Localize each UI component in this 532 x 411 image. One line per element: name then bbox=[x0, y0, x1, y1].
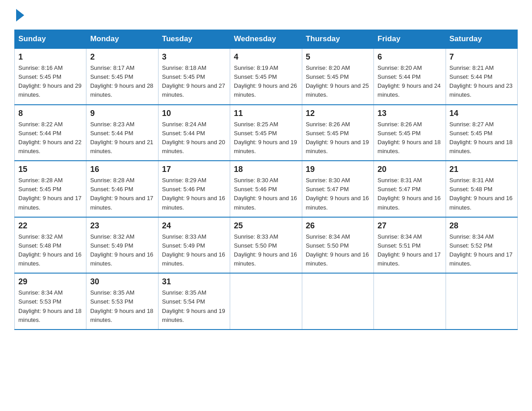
day-info: Sunrise: 8:20 AMSunset: 5:45 PMDaylight:… bbox=[306, 64, 369, 98]
day-number: 17 bbox=[162, 165, 226, 174]
calendar-cell: 17 Sunrise: 8:29 AMSunset: 5:46 PMDaylig… bbox=[158, 161, 230, 217]
day-number: 22 bbox=[18, 221, 82, 231]
day-number: 14 bbox=[450, 109, 514, 118]
calendar-cell: 21 Sunrise: 8:31 AMSunset: 5:48 PMDaylig… bbox=[446, 161, 517, 217]
day-info: Sunrise: 8:34 AMSunset: 5:51 PMDaylight:… bbox=[378, 233, 441, 267]
day-header-sunday: Sunday bbox=[15, 30, 86, 49]
day-number: 7 bbox=[450, 52, 514, 62]
calendar-cell: 6 Sunrise: 8:20 AMSunset: 5:44 PMDayligh… bbox=[374, 48, 446, 105]
day-info: Sunrise: 8:31 AMSunset: 5:47 PMDaylight:… bbox=[378, 177, 441, 210]
day-header-friday: Friday bbox=[374, 30, 446, 49]
calendar-cell: 23 Sunrise: 8:32 AMSunset: 5:49 PMDaylig… bbox=[86, 217, 158, 274]
logo-blue-text bbox=[14, 11, 24, 21]
day-number: 5 bbox=[306, 52, 370, 62]
calendar-cell: 29 Sunrise: 8:34 AMSunset: 5:53 PMDaylig… bbox=[15, 273, 86, 330]
day-info: Sunrise: 8:33 AMSunset: 5:49 PMDaylight:… bbox=[162, 233, 225, 267]
calendar-cell: 3 Sunrise: 8:18 AMSunset: 5:45 PMDayligh… bbox=[158, 48, 230, 105]
day-number: 10 bbox=[162, 109, 226, 118]
day-header-thursday: Thursday bbox=[302, 30, 373, 49]
day-info: Sunrise: 8:30 AMSunset: 5:46 PMDaylight:… bbox=[234, 177, 297, 210]
day-number: 3 bbox=[162, 52, 226, 62]
calendar-cell: 31 Sunrise: 8:35 AMSunset: 5:54 PMDaylig… bbox=[158, 273, 230, 330]
day-number: 2 bbox=[90, 52, 154, 62]
day-info: Sunrise: 8:27 AMSunset: 5:45 PMDaylight:… bbox=[450, 121, 513, 154]
calendar-cell: 13 Sunrise: 8:26 AMSunset: 5:45 PMDaylig… bbox=[374, 105, 446, 161]
calendar-week-2: 8 Sunrise: 8:22 AMSunset: 5:44 PMDayligh… bbox=[15, 105, 518, 161]
calendar-week-3: 15 Sunrise: 8:28 AMSunset: 5:45 PMDaylig… bbox=[15, 161, 518, 217]
calendar-cell: 8 Sunrise: 8:22 AMSunset: 5:44 PMDayligh… bbox=[15, 105, 86, 161]
calendar-cell: 20 Sunrise: 8:31 AMSunset: 5:47 PMDaylig… bbox=[374, 161, 446, 217]
calendar-cell: 28 Sunrise: 8:34 AMSunset: 5:52 PMDaylig… bbox=[446, 217, 517, 274]
day-info: Sunrise: 8:18 AMSunset: 5:45 PMDaylight:… bbox=[162, 64, 225, 98]
day-info: Sunrise: 8:33 AMSunset: 5:50 PMDaylight:… bbox=[234, 233, 297, 267]
day-number: 18 bbox=[234, 165, 298, 174]
day-number: 11 bbox=[234, 109, 298, 118]
day-info: Sunrise: 8:34 AMSunset: 5:53 PMDaylight:… bbox=[18, 289, 82, 323]
day-info: Sunrise: 8:17 AMSunset: 5:45 PMDaylight:… bbox=[90, 64, 153, 98]
day-number: 1 bbox=[18, 52, 82, 62]
calendar-cell: 19 Sunrise: 8:30 AMSunset: 5:47 PMDaylig… bbox=[302, 161, 373, 217]
calendar-cell: 1 Sunrise: 8:16 AMSunset: 5:45 PMDayligh… bbox=[15, 48, 86, 105]
calendar-cell: 24 Sunrise: 8:33 AMSunset: 5:49 PMDaylig… bbox=[158, 217, 230, 274]
day-number: 6 bbox=[378, 52, 442, 62]
calendar-cell: 27 Sunrise: 8:34 AMSunset: 5:51 PMDaylig… bbox=[374, 217, 446, 274]
calendar-cell: 5 Sunrise: 8:20 AMSunset: 5:45 PMDayligh… bbox=[302, 48, 373, 105]
page-header bbox=[14, 11, 518, 21]
calendar-cell: 18 Sunrise: 8:30 AMSunset: 5:46 PMDaylig… bbox=[230, 161, 302, 217]
calendar-week-1: 1 Sunrise: 8:16 AMSunset: 5:45 PMDayligh… bbox=[15, 48, 518, 105]
calendar-cell: 22 Sunrise: 8:32 AMSunset: 5:48 PMDaylig… bbox=[15, 217, 86, 274]
day-info: Sunrise: 8:26 AMSunset: 5:45 PMDaylight:… bbox=[306, 121, 369, 154]
day-number: 27 bbox=[378, 221, 442, 231]
day-info: Sunrise: 8:22 AMSunset: 5:44 PMDaylight:… bbox=[18, 121, 82, 154]
day-info: Sunrise: 8:28 AMSunset: 5:46 PMDaylight:… bbox=[90, 177, 153, 210]
day-info: Sunrise: 8:34 AMSunset: 5:52 PMDaylight:… bbox=[450, 233, 513, 267]
calendar-week-4: 22 Sunrise: 8:32 AMSunset: 5:48 PMDaylig… bbox=[15, 217, 518, 274]
day-number: 15 bbox=[18, 165, 82, 174]
calendar-cell: 4 Sunrise: 8:19 AMSunset: 5:45 PMDayligh… bbox=[230, 48, 302, 105]
day-info: Sunrise: 8:34 AMSunset: 5:50 PMDaylight:… bbox=[306, 233, 369, 267]
day-number: 28 bbox=[450, 221, 514, 231]
calendar-week-5: 29 Sunrise: 8:34 AMSunset: 5:53 PMDaylig… bbox=[15, 273, 518, 330]
day-header-monday: Monday bbox=[86, 30, 158, 49]
day-info: Sunrise: 8:35 AMSunset: 5:54 PMDaylight:… bbox=[162, 289, 225, 323]
calendar-cell: 14 Sunrise: 8:27 AMSunset: 5:45 PMDaylig… bbox=[446, 105, 517, 161]
calendar-cell bbox=[230, 273, 302, 330]
calendar-cell: 26 Sunrise: 8:34 AMSunset: 5:50 PMDaylig… bbox=[302, 217, 373, 274]
day-info: Sunrise: 8:19 AMSunset: 5:45 PMDaylight:… bbox=[234, 64, 297, 98]
calendar-cell: 10 Sunrise: 8:24 AMSunset: 5:44 PMDaylig… bbox=[158, 105, 230, 161]
day-number: 29 bbox=[18, 277, 82, 287]
day-number: 26 bbox=[306, 221, 370, 231]
day-info: Sunrise: 8:20 AMSunset: 5:44 PMDaylight:… bbox=[378, 64, 441, 98]
calendar-table: SundayMondayTuesdayWednesdayThursdayFrid… bbox=[14, 30, 518, 330]
calendar-cell: 12 Sunrise: 8:26 AMSunset: 5:45 PMDaylig… bbox=[302, 105, 373, 161]
day-number: 23 bbox=[90, 221, 154, 231]
day-header-tuesday: Tuesday bbox=[158, 30, 230, 49]
day-number: 19 bbox=[306, 165, 370, 174]
day-number: 21 bbox=[450, 165, 514, 174]
day-info: Sunrise: 8:29 AMSunset: 5:46 PMDaylight:… bbox=[162, 177, 225, 210]
day-info: Sunrise: 8:21 AMSunset: 5:44 PMDaylight:… bbox=[450, 64, 513, 98]
day-number: 20 bbox=[378, 165, 442, 174]
day-info: Sunrise: 8:24 AMSunset: 5:44 PMDaylight:… bbox=[162, 121, 225, 154]
calendar-cell: 2 Sunrise: 8:17 AMSunset: 5:45 PMDayligh… bbox=[86, 48, 158, 105]
day-number: 12 bbox=[306, 109, 370, 118]
day-info: Sunrise: 8:16 AMSunset: 5:45 PMDaylight:… bbox=[18, 64, 82, 98]
calendar-cell: 11 Sunrise: 8:25 AMSunset: 5:45 PMDaylig… bbox=[230, 105, 302, 161]
day-info: Sunrise: 8:23 AMSunset: 5:44 PMDaylight:… bbox=[90, 121, 153, 154]
day-info: Sunrise: 8:25 AMSunset: 5:45 PMDaylight:… bbox=[234, 121, 297, 154]
day-info: Sunrise: 8:32 AMSunset: 5:48 PMDaylight:… bbox=[18, 233, 82, 267]
day-info: Sunrise: 8:26 AMSunset: 5:45 PMDaylight:… bbox=[378, 121, 441, 154]
day-info: Sunrise: 8:31 AMSunset: 5:48 PMDaylight:… bbox=[450, 177, 513, 210]
day-info: Sunrise: 8:32 AMSunset: 5:49 PMDaylight:… bbox=[90, 233, 153, 267]
day-number: 4 bbox=[234, 52, 298, 62]
day-number: 31 bbox=[162, 277, 226, 287]
day-info: Sunrise: 8:28 AMSunset: 5:45 PMDaylight:… bbox=[18, 177, 82, 210]
day-header-saturday: Saturday bbox=[446, 30, 517, 49]
calendar-cell: 7 Sunrise: 8:21 AMSunset: 5:44 PMDayligh… bbox=[446, 48, 517, 105]
calendar-cell: 9 Sunrise: 8:23 AMSunset: 5:44 PMDayligh… bbox=[86, 105, 158, 161]
calendar-cell: 15 Sunrise: 8:28 AMSunset: 5:45 PMDaylig… bbox=[15, 161, 86, 217]
logo bbox=[14, 11, 24, 21]
day-number: 13 bbox=[378, 109, 442, 118]
day-header-wednesday: Wednesday bbox=[230, 30, 302, 49]
day-number: 16 bbox=[90, 165, 154, 174]
